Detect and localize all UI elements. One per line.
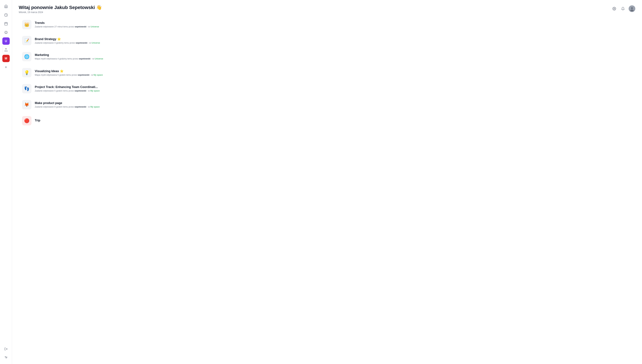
project-track-workspace-link[interactable]: My space xyxy=(90,90,100,92)
sidebar-item-home[interactable] xyxy=(2,3,10,10)
recent-item-trip[interactable]: 🔴 Trip xyxy=(19,113,635,128)
notification-bell-btn[interactable] xyxy=(620,6,626,12)
svg-point-10 xyxy=(5,356,6,357)
marketing-subtitle: Mapa myśli edytowana 4 godziny temu prze… xyxy=(35,58,103,60)
sidebar-item-filter-settings[interactable] xyxy=(2,354,10,361)
make-product-page-title: Make product page xyxy=(35,101,100,105)
add-icon: + xyxy=(5,65,7,70)
settings-icon-btn[interactable] xyxy=(611,6,617,12)
brand-strategy-subtitle: Zadanie edytowane 4 godziny temu przez s… xyxy=(35,42,100,44)
svg-point-11 xyxy=(6,357,7,358)
sidebar-item-u-workspace[interactable]: U xyxy=(2,38,10,45)
visualizing-ideas-workspace-link[interactable]: My space xyxy=(93,74,103,76)
trends-title: Trends xyxy=(35,21,99,25)
u-workspace-label: U xyxy=(5,40,7,43)
visualizing-ideas-title: Visualizing Ideas ⭐ xyxy=(35,69,103,73)
visualizing-ideas-info: Visualizing Ideas ⭐ Mapa myśli edytowana… xyxy=(35,69,103,76)
main-content: Witaj ponownie Jakub Sepetowski 👋 Wtorek… xyxy=(12,0,642,364)
sidebar-item-m-workspace[interactable]: M xyxy=(2,55,10,62)
header-date: Wtorek, 19 marca 2024 xyxy=(19,11,102,14)
recent-item-brand-strategy[interactable]: 📝 Brand Strategy ⭐ Zadanie edytowane 4 g… xyxy=(19,33,635,48)
brand-strategy-info: Brand Strategy ⭐ Zadanie edytowane 4 god… xyxy=(35,37,100,44)
recent-item-project-track[interactable]: 👣 Project Track: Enhancing Team Coordina… xyxy=(19,81,635,96)
trip-info: Trip xyxy=(35,119,40,123)
project-track-info: Project Track: Enhancing Team Coordinati… xyxy=(35,85,100,92)
recent-item-make-product-page[interactable]: 🦊 Make product page Zadanie edytowane 8 … xyxy=(19,97,635,112)
sidebar-item-starred[interactable] xyxy=(2,29,10,36)
marketing-icon: 🌐 xyxy=(22,52,32,61)
sidebar-bottom xyxy=(2,345,10,361)
recent-item-visualizing-ideas[interactable]: 💡 Visualizing Ideas ⭐ Mapa myśli edytowa… xyxy=(19,65,635,80)
trends-icon: 👑 xyxy=(22,20,32,29)
m-workspace-label: M xyxy=(5,57,7,60)
user-avatar[interactable] xyxy=(629,5,635,12)
content-area: 👑 Trends Zadanie edytowane 27 minut temu… xyxy=(12,17,642,364)
svg-point-14 xyxy=(631,7,633,9)
java-text: Java xyxy=(4,50,8,52)
make-product-page-workspace-link[interactable]: My space xyxy=(90,106,100,108)
sidebar-item-calendar[interactable] xyxy=(2,20,10,28)
header-right xyxy=(611,5,635,12)
marketing-workspace-link[interactable]: Universe xyxy=(95,58,103,60)
project-track-subtitle: Zadanie edytowane 5 godzin temu przez se… xyxy=(35,90,100,92)
sidebar: U ☕ Java M + xyxy=(0,0,12,364)
trends-workspace-link[interactable]: Universe xyxy=(90,26,99,28)
svg-rect-1 xyxy=(5,22,7,26)
visualizing-ideas-icon: 💡 xyxy=(22,68,32,77)
svg-point-12 xyxy=(614,8,615,9)
brand-strategy-title: Brand Strategy ⭐ xyxy=(35,37,100,41)
visualizing-ideas-subtitle: Mapa myśli edytowana 5 godzin temu przez… xyxy=(35,74,103,76)
brand-strategy-icon: 📝 xyxy=(22,36,32,45)
header: Witaj ponownie Jakub Sepetowski 👋 Wtorek… xyxy=(12,0,642,17)
make-product-page-subtitle: Zadanie edytowane 8 godzin temu przez se… xyxy=(35,106,100,108)
svg-marker-5 xyxy=(4,31,7,34)
make-product-page-icon: 🦊 xyxy=(22,100,32,109)
sidebar-item-recent[interactable] xyxy=(2,11,10,19)
java-label: ☕ xyxy=(5,48,7,50)
marketing-info: Marketing Mapa myśli edytowana 4 godziny… xyxy=(35,53,103,60)
sidebar-item-add[interactable]: + xyxy=(2,64,10,71)
marketing-title: Marketing xyxy=(35,53,103,57)
page-title: Witaj ponownie Jakub Sepetowski 👋 xyxy=(19,5,102,10)
recent-item-trends[interactable]: 👑 Trends Zadanie edytowane 27 minut temu… xyxy=(19,17,635,32)
trip-icon: 🔴 xyxy=(22,116,32,126)
trends-info: Trends Zadanie edytowane 27 minut temu p… xyxy=(35,21,99,28)
sidebar-item-java[interactable]: ☕ Java xyxy=(2,46,10,54)
recent-item-marketing[interactable]: 🌐 Marketing Mapa myśli edytowana 4 godzi… xyxy=(19,49,635,64)
sidebar-item-logout[interactable] xyxy=(2,345,10,353)
brand-strategy-workspace-link[interactable]: Universe xyxy=(91,42,100,44)
project-track-title: Project Track: Enhancing Team Coordinati… xyxy=(35,85,100,89)
header-left: Witaj ponownie Jakub Sepetowski 👋 Wtorek… xyxy=(19,5,102,14)
trends-subtitle: Zadanie edytowane 27 minut temu przez se… xyxy=(35,26,99,28)
recent-items-list: 👑 Trends Zadanie edytowane 27 minut temu… xyxy=(19,17,635,128)
make-product-page-info: Make product page Zadanie edytowane 8 go… xyxy=(35,101,100,108)
trip-title: Trip xyxy=(35,119,40,122)
project-track-icon: 👣 xyxy=(22,84,32,93)
